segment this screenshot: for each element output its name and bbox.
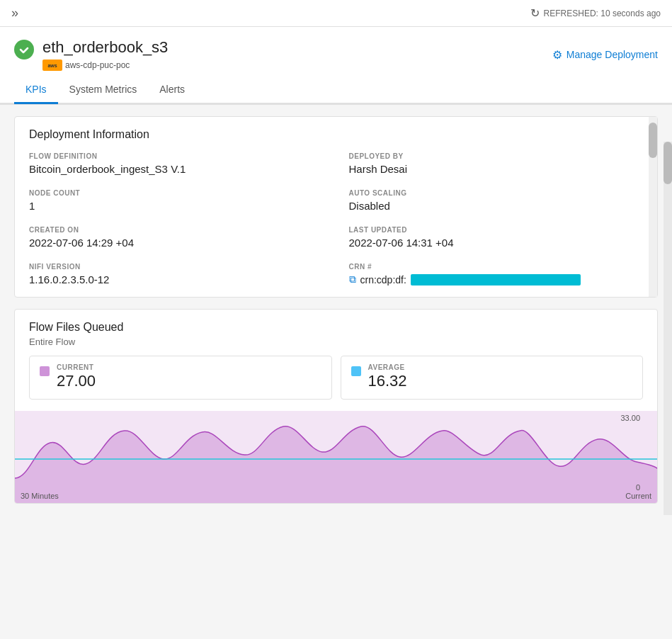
flow-definition-label: FLOW DEFINITION — [29, 152, 321, 160]
title-block: eth_orderbook_s3 aws aws-cdp-puc-poc — [14, 38, 168, 71]
crn-label: CRN # — [349, 263, 641, 271]
current-metric-content: CURRENT 27.00 — [57, 363, 96, 392]
deployment-info-card: Deployment Information FLOW DEFINITION B… — [14, 116, 658, 298]
current-value: 27.00 — [57, 371, 96, 392]
crn-prefix: crn:cdp:df: — [360, 274, 406, 285]
average-metric-content: AVERAGE 16.32 — [368, 363, 407, 392]
metric-cards: CURRENT 27.00 AVERAGE 16.32 — [29, 356, 643, 400]
content-area: Deployment Information FLOW DEFINITION B… — [0, 105, 672, 515]
flow-definition-value: Bitcoin_orderbook_ingest_S3 V.1 — [29, 163, 321, 175]
flow-chart — [15, 411, 657, 503]
nifi-version-label: NIFI VERSION — [29, 263, 321, 271]
average-metric-card: AVERAGE 16.32 — [341, 356, 644, 400]
deployed-by-label: DEPLOYED BY — [349, 152, 641, 160]
current-metric-icon — [40, 366, 50, 376]
aws-account: aws-cdp-puc-poc — [65, 60, 130, 70]
flow-files-title: Flow Files Queued — [29, 321, 643, 334]
tab-alerts[interactable]: Alerts — [148, 77, 196, 104]
refresh-label: REFRESHED: 10 seconds ago — [544, 9, 661, 18]
page-scrollbar[interactable] — [664, 142, 672, 515]
deployed-by-value: Harsh Desai — [349, 163, 641, 175]
chart-max-label: 33.00 — [620, 414, 640, 422]
field-nifi-version: NIFI VERSION 1.16.0.2.3.5.0-12 — [29, 263, 321, 285]
field-node-count: NODE COUNT 1 — [29, 189, 321, 212]
top-bar: » ↻ REFRESHED: 10 seconds ago — [0, 0, 672, 27]
aws-logo: aws — [42, 60, 62, 71]
field-crn: CRN # ⧉ crn:cdp:df: — [349, 263, 641, 285]
field-deployed-by: DEPLOYED BY Harsh Desai — [349, 152, 641, 175]
copy-icon[interactable]: ⧉ — [349, 273, 356, 285]
average-value: 16.32 — [368, 371, 407, 392]
chart-time-start: 30 Minutes — [21, 492, 59, 500]
deployment-info-title: Deployment Information — [29, 128, 640, 141]
page-scrollbar-thumb — [664, 142, 672, 184]
current-metric-card: CURRENT 27.00 — [29, 356, 332, 400]
gear-icon: ⚙ — [552, 48, 562, 62]
last-updated-label: LAST UPDATED — [349, 226, 641, 234]
average-label: AVERAGE — [368, 363, 407, 371]
average-metric-icon — [351, 366, 361, 376]
chart-zero-label: 0 — [636, 483, 640, 492]
tab-bar: KPIs System Metrics Alerts — [0, 77, 672, 104]
chart-time-end: Current — [625, 492, 651, 500]
crn-redacted — [411, 274, 581, 285]
card-scrollbar-thumb — [649, 123, 657, 158]
created-on-value: 2022-07-06 14:29 +04 — [29, 237, 321, 249]
title-text: eth_orderbook_s3 aws aws-cdp-puc-poc — [42, 38, 168, 71]
flow-subtitle: Entire Flow — [29, 337, 643, 347]
nifi-version-value: 1.16.0.2.3.5.0-12 — [29, 273, 321, 285]
tab-kpis[interactable]: KPIs — [14, 77, 58, 104]
sidebar-toggle-icon[interactable]: » — [11, 6, 18, 21]
field-auto-scaling: AUTO SCALING Disabled — [349, 189, 641, 212]
aws-badge: aws aws-cdp-puc-poc — [42, 60, 168, 71]
status-indicator — [14, 40, 34, 60]
tab-system-metrics[interactable]: System Metrics — [58, 77, 149, 104]
field-created-on: CREATED ON 2022-07-06 14:29 +04 — [29, 226, 321, 249]
refresh-info: ↻ REFRESHED: 10 seconds ago — [530, 6, 661, 20]
field-last-updated: LAST UPDATED 2022-07-06 14:31 +04 — [349, 226, 641, 249]
created-on-label: CREATED ON — [29, 226, 321, 234]
auto-scaling-value: Disabled — [349, 200, 641, 212]
main-header: eth_orderbook_s3 aws aws-cdp-puc-poc ⚙ M… — [0, 27, 672, 77]
node-count-value: 1 — [29, 200, 321, 212]
auto-scaling-label: AUTO SCALING — [349, 189, 641, 197]
current-label: CURRENT — [57, 363, 96, 371]
card-scrollbar[interactable] — [649, 117, 657, 297]
node-count-label: NODE COUNT — [29, 189, 321, 197]
refresh-icon: ↻ — [530, 6, 540, 20]
chart-container: 33.00 0 30 Minutes Current — [15, 411, 657, 503]
crn-row: ⧉ crn:cdp:df: — [349, 273, 641, 285]
flow-files-card: Flow Files Queued Entire Flow CURRENT 27… — [14, 309, 658, 504]
manage-deployment-button[interactable]: ⚙ Manage Deployment — [552, 48, 658, 62]
last-updated-value: 2022-07-06 14:31 +04 — [349, 237, 641, 249]
deployment-info-grid: FLOW DEFINITION Bitcoin_orderbook_ingest… — [29, 152, 640, 285]
pipeline-title: eth_orderbook_s3 — [42, 38, 168, 57]
manage-btn-label: Manage Deployment — [566, 49, 658, 60]
field-flow-definition: FLOW DEFINITION Bitcoin_orderbook_ingest… — [29, 152, 321, 175]
